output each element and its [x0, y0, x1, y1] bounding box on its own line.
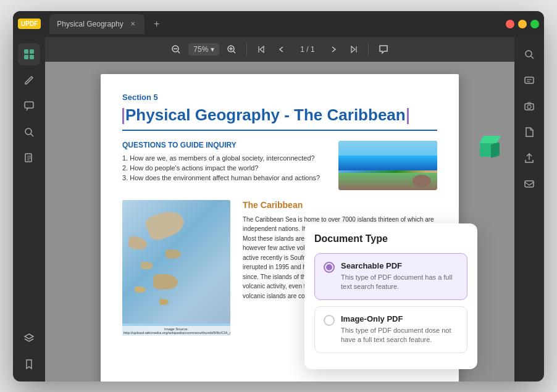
radio-searchable[interactable]	[324, 262, 335, 273]
inquiry-text: QUESTIONS TO GUIDE INQUIRY 1. How are we…	[122, 141, 326, 190]
svg-rect-13	[525, 181, 534, 187]
option-label-imageonly: Image-Only PDF	[341, 314, 458, 323]
inquiry-question-1: 1. How are we, as members of a global so…	[122, 154, 326, 162]
inquiry-list: 1. How are we, as members of a global so…	[122, 154, 326, 181]
zoom-out-button[interactable]	[167, 41, 185, 58]
doc-type-option-searchable[interactable]: Searchable PDF This type of PDF document…	[314, 253, 467, 300]
zoom-in-button[interactable]	[223, 41, 240, 58]
window-controls	[506, 20, 539, 28]
inquiry-section: QUESTIONS TO GUIDE INQUIRY 1. How are we…	[122, 141, 437, 190]
right-sidebar-icon-pdf[interactable]	[518, 121, 540, 143]
inquiry-heading: QUESTIONS TO GUIDE INQUIRY	[122, 141, 326, 149]
toolbar-divider-2	[368, 43, 369, 56]
prev-page-button[interactable]	[274, 41, 291, 58]
page-number-display: 1 / 1	[295, 44, 319, 55]
doc-type-option-imageonly[interactable]: Image-Only PDF This type of PDF document…	[314, 306, 467, 353]
option-desc-imageonly: This type of PDF document dose not have …	[341, 326, 458, 345]
window-maximize-button[interactable]	[530, 20, 539, 28]
caribbean-photo	[338, 141, 437, 190]
content-wrapper: 75% ▾	[45, 37, 514, 382]
svg-point-5	[25, 128, 31, 135]
title-cursor-left	[122, 108, 124, 124]
last-page-button[interactable]	[345, 41, 362, 58]
comment-button[interactable]	[375, 41, 392, 58]
right-sidebar-icon-search[interactable]	[518, 43, 540, 65]
zoom-level-display[interactable]: 75% ▾	[188, 43, 219, 56]
caribbean-map: Image Source: http://upload.wikimedia.or…	[122, 200, 230, 336]
title-text: Physical Geography - The Caribbean	[125, 106, 406, 124]
sidebar-icon-edit[interactable]	[18, 69, 40, 91]
sidebar-icon-bookmark[interactable]	[18, 353, 40, 375]
right-sidebar-icon-share[interactable]	[518, 147, 540, 169]
doc-type-title: Document Type	[314, 233, 467, 244]
window-minimize-button[interactable]	[518, 20, 527, 28]
cube-decoration	[477, 136, 502, 164]
sidebar-icon-search[interactable]	[18, 121, 40, 143]
svg-rect-3	[30, 55, 34, 59]
map-land-2	[127, 235, 148, 251]
app-window: UPDF Physical Geography ✕ +	[13, 11, 544, 382]
sidebar-icon-comment[interactable]	[18, 95, 40, 117]
map-land-5	[153, 274, 178, 290]
map-caption: Image Source: http://upload.wikimedia.or…	[122, 326, 230, 336]
inquiry-question-2: 2. How do people's actions impact the wo…	[122, 164, 326, 172]
sidebar-icon-grid[interactable]	[18, 43, 40, 65]
image-rocks	[413, 175, 431, 187]
updf-logo: UPDF	[18, 19, 41, 29]
map-land-6	[135, 286, 146, 293]
main-area: 75% ▾	[13, 37, 544, 382]
next-page-button[interactable]	[324, 41, 341, 58]
toolbar-divider-1	[246, 43, 247, 56]
map-land-3	[165, 249, 181, 259]
toolbar: 75% ▾	[45, 37, 514, 62]
option-content-searchable: Searchable PDF This type of PDF document…	[341, 261, 458, 292]
title-bar: UPDF Physical Geography ✕ +	[13, 11, 544, 37]
inquiry-question-3: 3. How does the environment affect human…	[122, 174, 326, 181]
first-page-button[interactable]	[253, 41, 270, 58]
radio-imageonly[interactable]	[324, 315, 335, 326]
svg-rect-10	[525, 77, 534, 83]
svg-rect-1	[30, 49, 34, 54]
cube-face-right	[491, 142, 500, 158]
sidebar-icon-pages[interactable]	[18, 147, 40, 169]
map-background: Image Source: http://upload.wikimedia.or…	[122, 200, 230, 336]
svg-rect-0	[24, 49, 28, 54]
map-land-4	[141, 262, 153, 269]
new-tab-button[interactable]: +	[149, 17, 164, 31]
left-sidebar	[13, 37, 45, 382]
map-land-1	[144, 206, 187, 242]
right-sidebar-icon-ocr[interactable]	[518, 69, 540, 91]
map-land-7	[159, 299, 169, 305]
page-title: Physical Geography - The Caribbean	[122, 106, 437, 131]
caribbean-image-placeholder	[338, 141, 437, 190]
svg-rect-2	[24, 55, 28, 59]
svg-point-12	[527, 105, 531, 109]
document-tab[interactable]: Physical Geography ✕	[49, 14, 144, 34]
right-sidebar-icon-camera[interactable]	[518, 95, 540, 117]
radio-dot-searchable	[326, 264, 332, 270]
tab-close-button[interactable]: ✕	[128, 20, 137, 28]
option-label-searchable: Searchable PDF	[341, 261, 458, 270]
svg-point-9	[526, 51, 532, 57]
sidebar-icon-layers[interactable]	[18, 327, 40, 349]
pdf-viewing-area[interactable]: Section 5 Physical Geography - The Carib…	[45, 62, 514, 382]
right-sidebar	[514, 37, 544, 382]
right-sidebar-icon-mail[interactable]	[518, 173, 540, 195]
option-content-imageonly: Image-Only PDF This type of PDF document…	[341, 314, 458, 345]
document-type-panel: Document Type Searchable PDF This type o…	[304, 223, 477, 369]
option-desc-searchable: This type of PDF document has a full tex…	[341, 273, 458, 292]
section-label: Section 5	[122, 93, 437, 102]
image-water	[338, 156, 437, 170]
svg-rect-4	[25, 102, 33, 108]
title-cursor-right	[407, 108, 409, 124]
article-heading: The Caribbean	[243, 200, 437, 210]
tab-title: Physical Geography	[57, 20, 123, 28]
window-close-button[interactable]	[506, 20, 514, 28]
